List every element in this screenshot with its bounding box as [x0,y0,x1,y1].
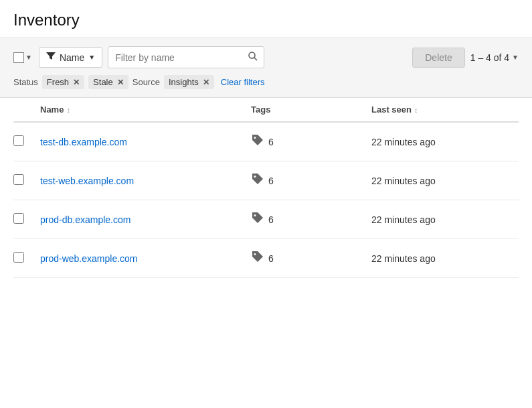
row-name-cell: test-db.example.com [40,137,251,147]
svg-line-1 [254,58,257,60]
tag-icon [251,172,264,189]
row-name-cell: test-web.example.com [40,176,251,186]
page-title: Inventory [13,11,519,29]
toolbar-row: ▼ Name ▼ [13,46,519,68]
last-seen-sort-icon[interactable]: ↕ [414,106,418,114]
delete-button[interactable]: Delete [412,48,464,68]
tags-column-label: Tags [251,105,270,115]
host-link[interactable]: test-web.example.com [40,176,134,186]
row-name-cell: prod-db.example.com [40,214,251,225]
table-row: prod-web.example.com 6 22 minutes ago [13,239,519,278]
row-tags-cell: 6 [251,250,371,267]
clear-filters-button[interactable]: Clear filters [218,77,268,87]
tag-icon [251,250,264,267]
row-last-seen: 22 minutes ago [371,176,519,186]
filter-column-button[interactable]: Name ▼ [39,47,102,68]
row-checkbox-cell [13,174,40,187]
row-checkbox-cell [13,213,40,226]
row-name-cell: prod-web.example.com [40,253,251,264]
row-checkbox-cell [13,252,40,265]
fresh-tag-value: Fresh [47,77,69,87]
chevron-down-icon: ▼ [88,54,95,61]
tag-count: 6 [268,214,274,225]
table-area: Name ↕ Tags Last seen ↕ test-db.example.… [0,98,532,278]
tag-count: 6 [268,137,274,147]
remove-insights-tag-button[interactable]: ✕ [203,78,209,86]
status-filter-label: Status [13,77,38,87]
row-last-seen: 22 minutes ago [371,137,519,147]
tags-column-header: Tags [251,105,371,115]
row-checkbox-cell [13,135,40,148]
filter-column-label: Name [60,52,84,63]
select-all-control: ▼ [13,52,33,63]
name-sort-icon[interactable]: ↕ [66,106,70,114]
host-link[interactable]: test-db.example.com [40,137,127,147]
table-body: test-db.example.com 6 22 minutes ago tes… [13,123,519,278]
remove-fresh-tag-button[interactable]: ✕ [73,78,80,86]
row-checkbox[interactable] [13,213,24,224]
row-tags-cell: 6 [251,133,371,150]
tag-count: 6 [268,176,274,186]
last-seen-column-label: Last seen [371,105,412,115]
filter-tags-row: Status Fresh ✕ Stale ✕ Source Insights ✕… [13,75,519,89]
page-header: Inventory [0,0,532,38]
svg-point-0 [249,52,255,58]
insights-filter-tag: Insights ✕ [164,75,214,89]
search-button[interactable] [242,47,264,68]
table-row: test-db.example.com 6 22 minutes ago [13,123,519,161]
source-filter-label: Source [132,77,160,87]
row-last-seen: 22 minutes ago [371,214,519,225]
select-all-dropdown-btn[interactable]: ▼ [24,54,33,61]
table-header: Name ↕ Tags Last seen ↕ [13,98,519,123]
host-link[interactable]: prod-db.example.com [40,214,130,225]
funnel-icon [46,52,56,63]
insights-tag-value: Insights [169,77,199,87]
remove-stale-tag-button[interactable]: ✕ [117,78,124,86]
host-link[interactable]: prod-web.example.com [40,253,138,264]
row-tags-cell: 6 [251,172,371,189]
pagination-dropdown-btn[interactable]: ▼ [512,54,519,61]
toolbar-area: ▼ Name ▼ [0,38,532,98]
row-tags-cell: 6 [251,211,371,228]
tag-icon [251,211,264,228]
tag-count: 6 [268,253,274,264]
select-all-checkbox[interactable] [13,52,24,63]
row-last-seen: 22 minutes ago [371,253,519,264]
stale-tag-value: Stale [93,77,113,87]
name-column-header: Name ↕ [40,105,251,115]
pagination-text: 1 – 4 of 4 [470,52,509,63]
row-checkbox[interactable] [13,252,24,263]
row-checkbox[interactable] [13,174,24,185]
search-input[interactable] [108,48,242,67]
table-row: test-web.example.com 6 22 minutes ago [13,161,519,200]
row-checkbox[interactable] [13,135,24,146]
search-wrapper [108,46,264,68]
last-seen-column-header: Last seen ↕ [371,105,519,115]
search-icon [248,51,258,64]
name-column-label: Name [40,105,64,115]
table-row: prod-db.example.com 6 22 minutes ago [13,200,519,239]
fresh-filter-tag: Fresh ✕ [42,75,84,89]
tag-icon [251,133,264,150]
stale-filter-tag: Stale ✕ [88,75,128,89]
pagination-info: 1 – 4 of 4 ▼ [470,52,519,63]
